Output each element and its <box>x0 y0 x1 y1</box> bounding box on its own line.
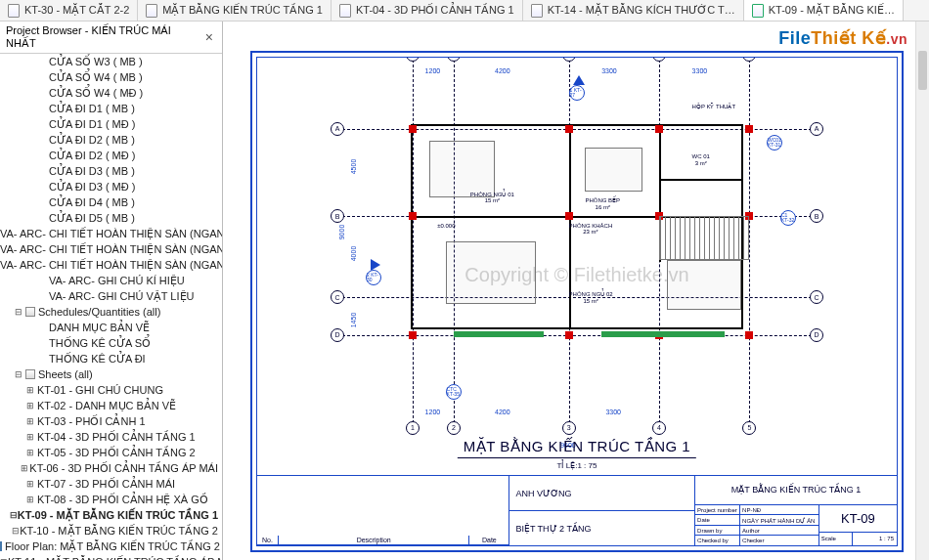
tree-item[interactable]: CỬA SỔ W3 ( MB ) <box>0 54 222 69</box>
tree-item[interactable]: ⊟KT-09 - MẶT BẰNG KIẾN TRÚC TẦNG 1 <box>0 507 222 523</box>
sheet-number: KT-09 <box>819 505 897 533</box>
tree-item[interactable]: CỬA ĐI D3 ( MB ) <box>0 163 222 179</box>
tree-item[interactable]: CỬA ĐI D4 ( MB ) <box>0 194 222 210</box>
logo-watermark: FileThiết Kế.vn <box>778 27 907 49</box>
drawing-canvas[interactable]: FileThiết Kế.vn <box>223 22 929 560</box>
project-browser-tree[interactable]: CỬA SỔ W3 ( MB )CỬA SỔ W4 ( MB )CỬA SỔ W… <box>0 54 222 560</box>
grid-bubble: 3 <box>562 58 576 62</box>
tree-item[interactable]: ⊞KT-02 - DANH MỤC BẢN VẼ <box>0 398 222 413</box>
tree-item[interactable]: THỐNG KÊ CỬA ĐI <box>0 351 222 366</box>
tree-item-label: CỬA ĐI D3 ( MĐ ) <box>49 180 135 194</box>
logo-part: Thiết Kế <box>811 28 886 48</box>
expander-icon[interactable]: ⊟ <box>12 524 20 538</box>
tb-label: Drawn by <box>695 526 740 536</box>
tree-item-label: KT-03 - PHỐI CẢNH 1 <box>37 414 146 428</box>
tb-label: Date <box>695 515 740 525</box>
tree-item-label: CỬA SỔ W4 ( MB ) <box>49 70 143 84</box>
dimension: 3300 <box>692 67 708 74</box>
tree-item[interactable]: THỐNG KÊ CỬA SỔ <box>0 335 222 351</box>
tree-item[interactable]: ⊞KT-08 - 3D PHỐI CẢNH HỆ XÀ GỒ <box>0 492 222 507</box>
expander-icon[interactable]: ⊞ <box>23 383 37 397</box>
expander-icon[interactable]: ⊟ <box>10 508 18 522</box>
scrollbar-thumb[interactable] <box>918 51 927 90</box>
tab-kt14[interactable]: KT-14 - MẶT BẰNG KÍCH THƯỚC T… <box>523 0 744 21</box>
grid-bubble: C <box>810 290 823 304</box>
tree-item[interactable]: CỬA ĐI D1 ( MĐ ) <box>0 116 222 132</box>
tree-item[interactable]: CỬA ĐI D1 ( MB ) <box>0 101 222 116</box>
floorplan-icon <box>0 541 2 551</box>
tb-value: NGÀY PHÁT HÀNH DỰ ÁN <box>740 515 818 525</box>
tree-item[interactable]: ⊞KT-03 - PHỐI CẢNH 1 <box>0 413 222 429</box>
tree-item-label: KT-04 - 3D PHỐI CẢNH TẦNG 1 <box>37 430 196 444</box>
expander-icon[interactable]: ⊞ <box>0 555 8 560</box>
floor-plan: A B C D A B C D 1 2 3 4 5 1 <box>372 85 782 398</box>
tree-item-label: KT-05 - 3D PHỐI CẢNH TẦNG 2 <box>37 446 196 459</box>
tree-item-label: VA- ARC- GHI CHÚ VẬT LIỆU <box>49 289 194 303</box>
tree-item-label: CỬA ĐI D4 ( MB ) <box>49 195 135 209</box>
tree-item[interactable]: CỬA ĐI D5 ( MB ) <box>0 210 222 226</box>
tree-item-label: CỬA ĐI D5 ( MB ) <box>49 211 135 225</box>
expander-icon[interactable]: ⊟ <box>12 367 25 381</box>
sheet-border: A B C D A B C D 1 2 3 4 5 1 <box>250 51 904 552</box>
tree-item[interactable]: CỬA ĐI D2 ( MĐ ) <box>0 148 222 163</box>
scale-value: 1 : 75 <box>853 533 897 545</box>
expander-icon[interactable]: ⊞ <box>23 430 37 444</box>
grid-bubble: A <box>810 122 823 136</box>
tree-item-label: KT-10 - MẶT BẰNG KIẾN TRÚC TẦNG 2 <box>20 524 218 538</box>
tree-item[interactable]: ⊞KT-11 - MẶT BẰNG KIẾN TRÚC TẦNG ÁP MÁI <box>0 554 222 560</box>
tree-item-label: CỬA ĐI D1 ( MĐ ) <box>49 117 135 131</box>
tree-item-label: CỬA SỔ W3 ( MB ) <box>49 55 143 68</box>
tree-item[interactable]: CỬA ĐI D2 ( MB ) <box>0 132 222 148</box>
tab-kt09[interactable]: KT-09 - MẶT BẰNG KIẾ… <box>744 0 904 21</box>
scrollbar-vertical[interactable] <box>915 22 929 560</box>
room-label: PHÒNG KHÁCH23 m² <box>569 223 613 236</box>
section-marker: 2 KT-30 <box>366 260 385 280</box>
expander-icon[interactable]: ⊞ <box>19 461 29 475</box>
tree-item-label: THỐNG KÊ CỬA SỔ <box>49 336 151 350</box>
tree-item[interactable]: CỬA ĐI D3 ( MĐ ) <box>0 179 222 194</box>
tree-item[interactable]: ⊞KT-06 - 3D PHỐI CẢNH TẦNG ÁP MÁI <box>0 460 222 476</box>
logo-part: File <box>778 28 811 48</box>
tree-item[interactable]: ⊞KT-07 - 3D PHỐI CẢNH MÁI <box>0 476 222 492</box>
tree-item[interactable]: ⊞KT-04 - 3D PHỐI CẢNH TẦNG 1 <box>0 429 222 445</box>
tree-item[interactable]: VA- ARC- CHI TIẾT HOÀN THIỆN SÀN (NGANG)… <box>0 241 222 257</box>
sheet-inner: A B C D A B C D 1 2 3 4 5 1 <box>256 57 898 546</box>
tab-kt30[interactable]: KT-30 - MẶT CẮT 2-2 <box>0 0 138 21</box>
close-icon[interactable]: × <box>202 29 216 45</box>
expander-icon[interactable]: ⊞ <box>23 399 37 412</box>
tree-item[interactable]: ⊞KT-05 - 3D PHỐI CẢNH TẦNG 2 <box>0 445 222 460</box>
dimension: 4500 <box>350 159 357 175</box>
tb-value: NP-NĐ <box>740 505 818 515</box>
tree-item[interactable]: VA- ARC- GHI CHÚ VẬT LIỆU <box>0 288 222 304</box>
tree-group[interactable]: ⊟Sheets (all) <box>0 366 222 382</box>
tree-group[interactable]: ⊟Schedules/Quantities (all) <box>0 304 222 320</box>
tree-item[interactable]: CỬA SỔ W4 ( MB ) <box>0 69 222 85</box>
tree-item[interactable]: DANH MỤC BẢN VẼ <box>0 320 222 335</box>
group-icon <box>25 369 35 379</box>
expander-icon[interactable]: ⊞ <box>23 414 37 428</box>
tree-item[interactable]: CỬA SỔ W4 ( MĐ ) <box>0 85 222 101</box>
tree-item[interactable]: Floor Plan: MẶT BẰNG KIẾN TRÚC TẦNG 2 <box>0 538 222 554</box>
grid-bubble: B <box>331 209 344 223</box>
view-title: MẶT BẰNG KIẾN TRÚC TẦNG 1 TỈ LỆ:1 : 75 <box>458 438 696 470</box>
tree-item[interactable]: ⊟KT-10 - MẶT BẰNG KIẾN TRÚC TẦNG 2 <box>0 523 222 538</box>
tab-label: KT-30 - MẶT CẮT 2-2 <box>24 4 129 17</box>
grid-bubble: 4 <box>652 58 666 62</box>
tree-item[interactable]: VA- ARC- GHI CHÚ KÍ HIỆU <box>0 273 222 288</box>
tree-item[interactable]: VA- ARC- CHI TIẾT HOÀN THIỆN SÀN (NGANG)… <box>0 226 222 241</box>
view-title-text: MẶT BẰNG KIẾN TRÚC TẦNG 1 <box>458 438 696 458</box>
logo-part: .vn <box>886 31 907 47</box>
tab-mbkt1[interactable]: MẶT BẰNG KIẾN TRÚC TẦNG 1 <box>138 0 332 21</box>
tree-item-label: VA- ARC- CHI TIẾT HOÀN THIỆN SÀN (NGANG)… <box>0 258 222 272</box>
viewport[interactable]: A B C D A B C D 1 2 3 4 5 1 <box>257 58 897 475</box>
expander-icon[interactable]: ⊟ <box>12 305 25 319</box>
expander-icon[interactable]: ⊞ <box>23 477 37 491</box>
tree-item[interactable]: ⊞KT-01 - GHI CHÚ CHUNG <box>0 382 222 398</box>
tab-kt04[interactable]: KT-04 - 3D PHỐI CẢNH TẦNG 1 <box>332 0 523 21</box>
grid-bubble: 5 <box>742 421 756 435</box>
dimension: 1200 <box>425 67 441 74</box>
tree-item[interactable]: VA- ARC- CHI TIẾT HOÀN THIỆN SÀN (NGANG)… <box>0 257 222 273</box>
grid-bubble: D <box>331 328 344 342</box>
expander-icon[interactable]: ⊞ <box>23 446 37 459</box>
expander-icon[interactable]: ⊞ <box>23 493 37 506</box>
